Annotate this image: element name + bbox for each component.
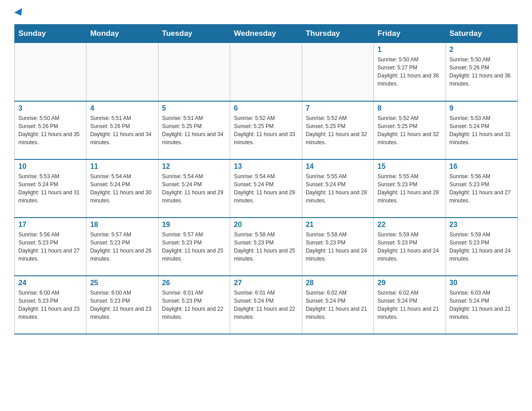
day-info: Sunrise: 5:59 AM Sunset: 5:23 PM Dayligh… <box>378 231 442 263</box>
weekday-header-row: SundayMondayTuesdayWednesdayThursdayFrid… <box>15 25 518 43</box>
day-info: Sunrise: 5:54 AM Sunset: 5:24 PM Dayligh… <box>90 172 154 205</box>
day-info: Sunrise: 5:53 AM Sunset: 5:24 PM Dayligh… <box>450 114 514 146</box>
calendar-cell: 22Sunrise: 5:59 AM Sunset: 5:23 PM Dayli… <box>374 218 446 276</box>
day-number: 17 <box>18 221 82 229</box>
calendar-cell: 24Sunrise: 6:00 AM Sunset: 5:23 PM Dayli… <box>15 276 86 334</box>
weekday-header-thursday: Thursday <box>302 25 373 43</box>
day-info: Sunrise: 6:00 AM Sunset: 5:23 PM Dayligh… <box>90 289 154 321</box>
day-number: 25 <box>90 279 154 287</box>
calendar-cell: 6Sunrise: 5:52 AM Sunset: 5:25 PM Daylig… <box>230 101 302 159</box>
day-number: 20 <box>234 221 298 229</box>
calendar-week-1: 1Sunrise: 5:50 AM Sunset: 5:27 PM Daylig… <box>15 43 518 101</box>
day-number: 10 <box>18 163 82 171</box>
calendar-cell: 21Sunrise: 5:58 AM Sunset: 5:23 PM Dayli… <box>302 218 373 276</box>
day-number: 18 <box>90 221 154 229</box>
calendar-cell <box>158 43 230 101</box>
calendar-cell: 27Sunrise: 6:01 AM Sunset: 5:24 PM Dayli… <box>230 276 302 334</box>
calendar-cell <box>302 43 373 101</box>
day-number: 9 <box>450 104 514 112</box>
calendar-cell: 26Sunrise: 6:01 AM Sunset: 5:23 PM Dayli… <box>158 276 230 334</box>
calendar-cell: 12Sunrise: 5:54 AM Sunset: 5:24 PM Dayli… <box>158 159 230 218</box>
calendar-cell: 16Sunrise: 5:56 AM Sunset: 5:23 PM Dayli… <box>446 159 517 218</box>
calendar-week-2: 3Sunrise: 5:50 AM Sunset: 5:26 PM Daylig… <box>15 101 518 159</box>
weekday-header-sunday: Sunday <box>15 25 86 43</box>
day-number: 13 <box>234 163 298 171</box>
calendar-cell: 25Sunrise: 6:00 AM Sunset: 5:23 PM Dayli… <box>86 276 158 334</box>
day-number: 28 <box>306 279 370 287</box>
day-number: 24 <box>18 279 82 287</box>
day-number: 16 <box>450 163 514 171</box>
day-info: Sunrise: 5:58 AM Sunset: 5:23 PM Dayligh… <box>306 231 370 263</box>
calendar-cell: 19Sunrise: 5:57 AM Sunset: 5:23 PM Dayli… <box>158 218 230 276</box>
day-info: Sunrise: 5:58 AM Sunset: 5:23 PM Dayligh… <box>234 231 298 263</box>
day-info: Sunrise: 5:51 AM Sunset: 5:26 PM Dayligh… <box>90 114 154 146</box>
calendar-cell: 30Sunrise: 6:03 AM Sunset: 5:24 PM Dayli… <box>446 276 517 334</box>
calendar-cell: 10Sunrise: 5:53 AM Sunset: 5:24 PM Dayli… <box>15 159 86 218</box>
day-info: Sunrise: 6:01 AM Sunset: 5:24 PM Dayligh… <box>234 289 298 321</box>
day-info: Sunrise: 5:50 AM Sunset: 5:26 PM Dayligh… <box>450 56 514 88</box>
weekday-header-wednesday: Wednesday <box>230 25 302 43</box>
calendar-cell: 8Sunrise: 5:52 AM Sunset: 5:25 PM Daylig… <box>374 101 446 159</box>
page-header <box>14 11 518 17</box>
day-info: Sunrise: 6:01 AM Sunset: 5:23 PM Dayligh… <box>162 289 226 321</box>
day-info: Sunrise: 5:52 AM Sunset: 5:25 PM Dayligh… <box>234 114 298 146</box>
day-number: 8 <box>378 104 442 112</box>
calendar-cell: 18Sunrise: 5:57 AM Sunset: 5:23 PM Dayli… <box>86 218 158 276</box>
day-info: Sunrise: 6:02 AM Sunset: 5:24 PM Dayligh… <box>378 289 442 321</box>
weekday-header-friday: Friday <box>374 25 446 43</box>
calendar-cell: 20Sunrise: 5:58 AM Sunset: 5:23 PM Dayli… <box>230 218 302 276</box>
weekday-header-tuesday: Tuesday <box>158 25 230 43</box>
weekday-header-monday: Monday <box>86 25 158 43</box>
day-info: Sunrise: 5:52 AM Sunset: 5:25 PM Dayligh… <box>378 114 442 146</box>
day-info: Sunrise: 5:57 AM Sunset: 5:23 PM Dayligh… <box>90 231 154 263</box>
calendar-cell: 1Sunrise: 5:50 AM Sunset: 5:27 PM Daylig… <box>374 43 446 101</box>
calendar-week-3: 10Sunrise: 5:53 AM Sunset: 5:24 PM Dayli… <box>15 159 518 218</box>
day-info: Sunrise: 5:56 AM Sunset: 5:23 PM Dayligh… <box>18 231 82 263</box>
day-number: 22 <box>378 221 442 229</box>
calendar-cell: 17Sunrise: 5:56 AM Sunset: 5:23 PM Dayli… <box>15 218 86 276</box>
day-info: Sunrise: 5:57 AM Sunset: 5:23 PM Dayligh… <box>162 231 226 263</box>
calendar-week-5: 24Sunrise: 6:00 AM Sunset: 5:23 PM Dayli… <box>15 276 518 334</box>
calendar-cell: 4Sunrise: 5:51 AM Sunset: 5:26 PM Daylig… <box>86 101 158 159</box>
day-info: Sunrise: 5:56 AM Sunset: 5:23 PM Dayligh… <box>450 172 514 205</box>
day-info: Sunrise: 5:50 AM Sunset: 5:27 PM Dayligh… <box>378 56 442 88</box>
day-number: 11 <box>90 163 154 171</box>
day-number: 4 <box>90 104 154 112</box>
calendar-cell: 2Sunrise: 5:50 AM Sunset: 5:26 PM Daylig… <box>446 43 517 101</box>
day-info: Sunrise: 5:54 AM Sunset: 5:24 PM Dayligh… <box>234 172 298 205</box>
day-info: Sunrise: 5:50 AM Sunset: 5:26 PM Dayligh… <box>18 114 82 146</box>
calendar-cell: 7Sunrise: 5:52 AM Sunset: 5:25 PM Daylig… <box>302 101 373 159</box>
day-number: 21 <box>306 221 370 229</box>
day-number: 7 <box>306 104 370 112</box>
calendar-cell <box>86 43 158 101</box>
calendar-cell: 5Sunrise: 5:51 AM Sunset: 5:25 PM Daylig… <box>158 101 230 159</box>
day-info: Sunrise: 5:53 AM Sunset: 5:24 PM Dayligh… <box>18 172 82 205</box>
day-number: 29 <box>378 279 442 287</box>
day-number: 6 <box>234 104 298 112</box>
logo <box>14 11 24 17</box>
weekday-header-saturday: Saturday <box>446 25 517 43</box>
logo-triangle-icon <box>14 8 25 18</box>
calendar-cell: 13Sunrise: 5:54 AM Sunset: 5:24 PM Dayli… <box>230 159 302 218</box>
day-info: Sunrise: 5:59 AM Sunset: 5:23 PM Dayligh… <box>450 231 514 263</box>
day-info: Sunrise: 6:00 AM Sunset: 5:23 PM Dayligh… <box>18 289 82 321</box>
calendar-cell: 28Sunrise: 6:02 AM Sunset: 5:24 PM Dayli… <box>302 276 373 334</box>
day-number: 2 <box>450 46 514 54</box>
day-number: 14 <box>306 163 370 171</box>
calendar-cell: 3Sunrise: 5:50 AM Sunset: 5:26 PM Daylig… <box>15 101 86 159</box>
day-number: 26 <box>162 279 226 287</box>
calendar-cell <box>15 43 86 101</box>
day-number: 1 <box>378 46 442 54</box>
day-info: Sunrise: 5:55 AM Sunset: 5:24 PM Dayligh… <box>306 172 370 205</box>
day-number: 12 <box>162 163 226 171</box>
day-info: Sunrise: 5:54 AM Sunset: 5:24 PM Dayligh… <box>162 172 226 205</box>
day-info: Sunrise: 5:51 AM Sunset: 5:25 PM Dayligh… <box>162 114 226 146</box>
day-info: Sunrise: 5:55 AM Sunset: 5:23 PM Dayligh… <box>378 172 442 205</box>
day-number: 27 <box>234 279 298 287</box>
day-info: Sunrise: 6:02 AM Sunset: 5:24 PM Dayligh… <box>306 289 370 321</box>
calendar-cell: 23Sunrise: 5:59 AM Sunset: 5:23 PM Dayli… <box>446 218 517 276</box>
day-number: 3 <box>18 104 82 112</box>
calendar-table: SundayMondayTuesdayWednesdayThursdayFrid… <box>14 24 518 334</box>
day-number: 23 <box>450 221 514 229</box>
calendar-cell: 15Sunrise: 5:55 AM Sunset: 5:23 PM Dayli… <box>374 159 446 218</box>
